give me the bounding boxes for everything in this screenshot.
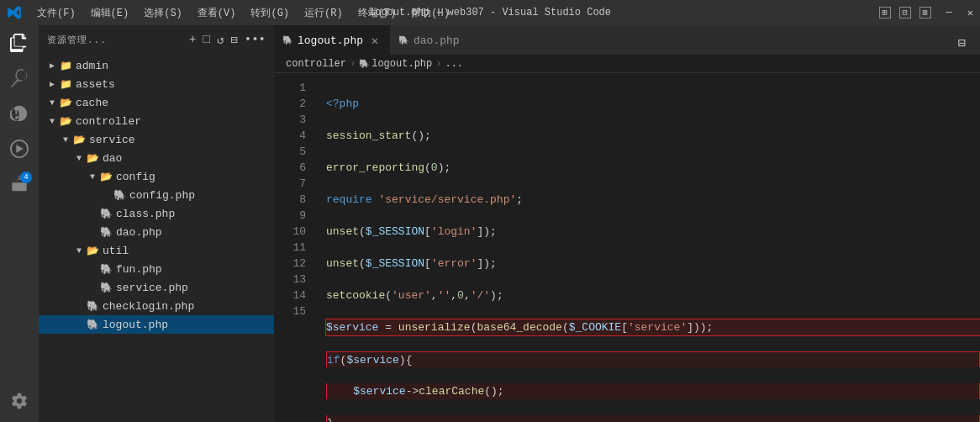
tree-label-service-php: service.php [116,282,267,294]
tree-item-service[interactable]: ▼ 📂 service [39,130,274,149]
menu-run[interactable]: 运行(R) [298,4,350,22]
tab-php-icon: 🐘 [398,35,408,45]
split-icon[interactable]: ⊟ [899,7,911,18]
folder-open-icon: 📂 [72,134,86,146]
activity-bar: 4 [0,25,39,422]
chevron-right-icon: ▶ [45,61,59,71]
tree-item-controller[interactable]: ▼ 📂 controller [39,112,274,130]
breadcrumb-php-icon: 🐘 [359,59,369,69]
sidebar-header: 资源管理... + □ ↺ ⊟ ••• [39,25,274,55]
tree-label-controller: controller [76,115,267,128]
folder-open-icon: 📂 [99,171,113,183]
tree-item-logout-php[interactable]: 🐘 logout.php [39,315,274,334]
editor-toolbar: ⊟ [950,31,980,55]
folder-icon: 📁 [59,78,72,91]
tree-item-util[interactable]: ▼ 📂 util [39,241,274,260]
tree-label-util: util [103,245,267,257]
menu-edit[interactable]: 编辑(E) [84,4,136,22]
tree-label-admin: admin [76,60,267,72]
php-file-icon: 🐘 [99,282,113,294]
tree-item-config-php[interactable]: 🐘 config.php [39,186,274,204]
php-file-icon: 🐘 [99,263,113,276]
tree-label-cache: cache [76,97,267,109]
breadcrumb-sep1: › [350,58,356,70]
tab-close-logout[interactable]: ✕ [368,34,382,47]
breadcrumb-file[interactable]: logout.php [371,58,432,70]
menu-select[interactable]: 选择(S) [137,4,189,22]
tree-label-checklogin-php: checklogin.php [103,300,267,313]
tab-php-icon: 🐘 [282,35,292,45]
sidebar: 资源管理... + □ ↺ ⊟ ••• ▶ 📁 admin ▶ 📁 assets [39,25,274,422]
php-file-icon: 🐘 [86,300,99,313]
collapse-icon[interactable]: ⊟ [230,33,237,47]
breadcrumb-symbol[interactable]: ... [445,58,463,70]
tab-dao-php[interactable]: 🐘 dao.php [390,25,474,55]
chevron-down-icon: ▼ [72,246,86,256]
window-controls: ⊞ ⊟ ⊠ — ✕ [879,7,973,19]
php-file-icon: 🐘 [113,189,126,202]
main-layout: 4 资源管理... + □ ↺ ⊟ ••• ▶ 📁 admin [0,25,980,422]
search-icon[interactable] [5,64,34,92]
editor-area: 🐘 logout.php ✕ 🐘 dao.php ⊟ controller › … [274,25,980,422]
vscode-logo [7,5,22,20]
new-folder-icon[interactable]: □ [203,33,210,47]
chevron-down-icon: ▼ [86,172,99,182]
chevron-down-icon: ▼ [72,154,86,163]
explorer-icon[interactable] [5,29,34,57]
breadcrumb-controller[interactable]: controller [286,58,346,70]
line-numbers: 12345 678910 1112131415 [274,73,314,422]
sidebar-actions: + □ ↺ ⊟ ••• [189,33,266,47]
minimize-btn[interactable]: — [946,7,952,18]
tree-item-assets[interactable]: ▶ 📁 assets [39,75,274,93]
tree-label-class-php: class.php [116,208,267,220]
tree-label-service: service [89,134,267,146]
php-file-icon: 🐘 [86,319,99,331]
split-editor-icon[interactable]: ⊟ [950,31,973,55]
tree-item-fun-php[interactable]: 🐘 fun.php [39,260,274,278]
php-file-icon: 🐘 [99,208,113,220]
run-debug-icon[interactable] [5,135,34,163]
tree-item-dao-php[interactable]: 🐘 dao.php [39,223,274,241]
refresh-icon[interactable]: ↺ [217,33,224,47]
close-btn[interactable]: ✕ [967,7,973,19]
sidebar-title: 资源管理... [47,34,107,46]
tree-item-service-php[interactable]: 🐘 service.php [39,278,274,297]
file-tree: ▶ 📁 admin ▶ 📁 assets ▼ 📂 cache ▼ 📂 contr… [39,55,274,422]
folder-open-icon: 📂 [86,152,99,165]
php-file-icon: 🐘 [99,226,113,239]
chevron-down-icon: ▼ [45,117,59,126]
code-editor[interactable]: 12345 678910 1112131415 <?php session_st… [274,73,980,422]
tree-item-cache[interactable]: ▼ 📂 cache [39,93,274,112]
tree-label-dao: dao [103,152,267,165]
source-control-icon[interactable] [5,99,34,128]
title-bar: 文件(F) 编辑(E) 选择(S) 查看(V) 转到(G) 运行(R) 终端(T… [0,0,980,25]
chevron-down-icon: ▼ [45,98,59,108]
tree-label-logout-php: logout.php [103,319,267,331]
breadcrumb-sep2: › [435,58,441,70]
tree-label-fun-php: fun.php [116,263,267,276]
more-actions-icon[interactable]: ••• [245,33,266,47]
tree-item-class-php[interactable]: 🐘 class.php [39,204,274,223]
layout-icon[interactable]: ⊞ [879,7,891,18]
grid-icon[interactable]: ⊠ [919,7,931,18]
settings-icon[interactable] [5,387,34,415]
extensions-icon[interactable]: 4 [5,170,34,198]
chevron-down-icon: ▼ [59,135,72,145]
tab-label-dao: dao.php [414,34,460,47]
tree-item-dao[interactable]: ▼ 📂 dao [39,149,274,167]
menu-file[interactable]: 文件(F) [30,4,82,22]
extensions-badge: 4 [20,171,32,183]
menu-view[interactable]: 查看(V) [191,4,243,22]
tab-label-logout: logout.php [298,34,363,47]
folder-open-icon: 📂 [86,245,99,257]
folder-open-icon: 📂 [59,97,72,109]
tree-item-checklogin-php[interactable]: 🐘 checklogin.php [39,297,274,315]
tree-item-admin[interactable]: ▶ 📁 admin [39,56,274,75]
breadcrumb: controller › 🐘 logout.php › ... [274,55,980,73]
tree-label-config-php: config.php [129,189,267,202]
new-file-icon[interactable]: + [189,33,196,47]
menu-goto[interactable]: 转到(G) [244,4,296,22]
tab-logout-php[interactable]: 🐘 logout.php ✕ [274,25,390,55]
code-content[interactable]: <?php session_start(); error_reporting(0… [314,73,980,422]
tree-item-config[interactable]: ▼ 📂 config [39,167,274,186]
